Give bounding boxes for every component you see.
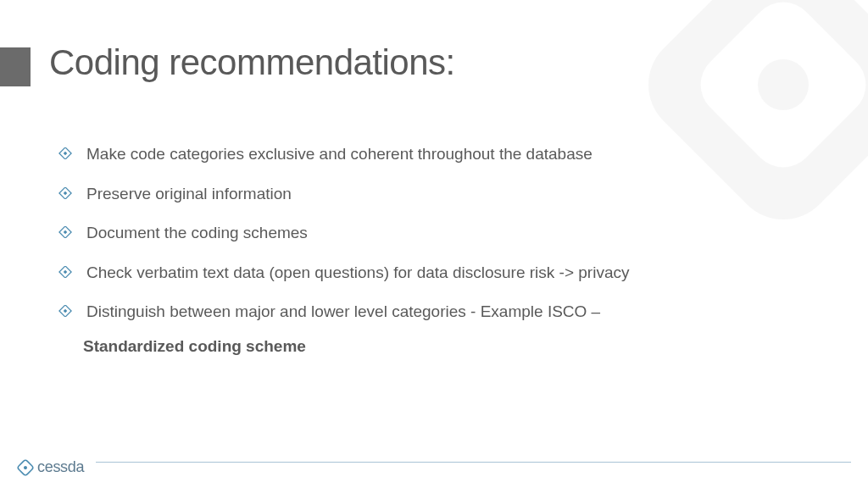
bullet-diamond-icon — [58, 147, 73, 159]
bullet-diamond-icon — [58, 266, 73, 278]
footer-logo: cessda — [17, 458, 84, 476]
svg-point-2 — [748, 49, 820, 121]
bullet-diamond-icon — [58, 187, 73, 199]
bullet-diamond-icon — [58, 226, 73, 238]
svg-rect-6 — [64, 191, 68, 195]
svg-rect-4 — [64, 152, 68, 156]
list-item: Document the coding schemes — [58, 221, 817, 246]
footer-brand-text: cessda — [37, 458, 84, 476]
svg-point-14 — [23, 465, 28, 470]
bullet-text: Document the coding schemes — [86, 221, 817, 246]
list-item: Distinguish between major and lower leve… — [58, 300, 817, 358]
cessda-logo-icon — [17, 459, 34, 476]
slide-title: Coding recommendations: — [49, 42, 455, 83]
bullet-text: Check verbatim text data (open questions… — [86, 261, 817, 286]
svg-rect-8 — [64, 230, 68, 235]
svg-rect-12 — [64, 309, 68, 313]
title-side-bar — [0, 47, 31, 86]
bullet-text: Preserve original information — [86, 182, 817, 207]
list-item: Preserve original information — [58, 182, 817, 207]
bullet-text: Distinguish between major and lower leve… — [86, 300, 817, 324]
bullet-list: Make code categories exclusive and coher… — [58, 142, 817, 374]
bullet-continuation-bold: Standardized coding scheme — [83, 335, 817, 359]
footer: cessda — [17, 458, 851, 476]
bullet-text: Make code categories exclusive and coher… — [86, 142, 817, 167]
footer-divider — [96, 462, 851, 463]
bullet-diamond-icon — [58, 305, 73, 317]
svg-rect-10 — [64, 269, 68, 274]
list-item: Make code categories exclusive and coher… — [58, 142, 817, 167]
list-item: Check verbatim text data (open questions… — [58, 261, 817, 286]
